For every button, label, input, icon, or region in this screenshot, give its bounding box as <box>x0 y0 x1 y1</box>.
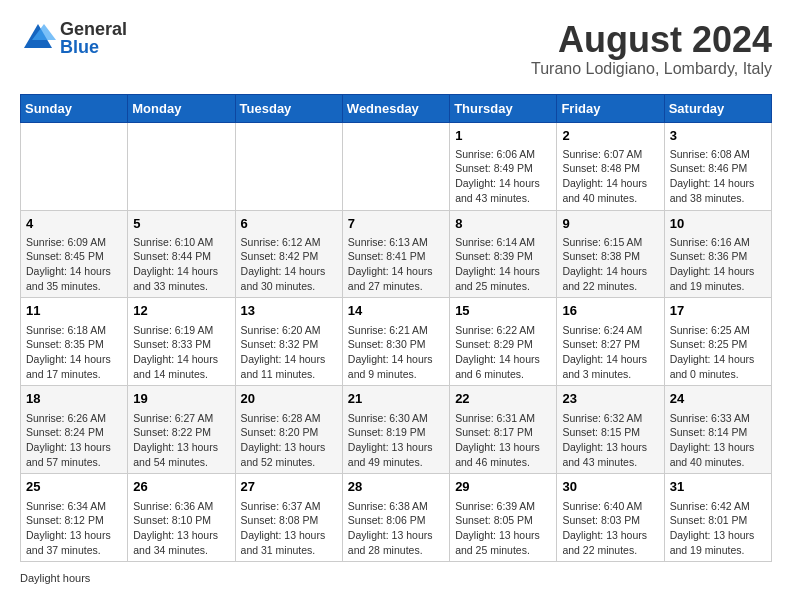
day-number: 18 <box>26 390 122 408</box>
day-of-week-header: Saturday <box>664 94 771 122</box>
calendar-day-cell: 31Sunrise: 6:42 AMSunset: 8:01 PMDayligh… <box>664 474 771 562</box>
day-info: Sunrise: 6:09 AMSunset: 8:45 PMDaylight:… <box>26 235 122 294</box>
calendar-day-cell: 26Sunrise: 6:36 AMSunset: 8:10 PMDayligh… <box>128 474 235 562</box>
day-info: Sunrise: 6:36 AMSunset: 8:10 PMDaylight:… <box>133 499 229 558</box>
calendar-week-row: 4Sunrise: 6:09 AMSunset: 8:45 PMDaylight… <box>21 210 772 298</box>
calendar-day-cell: 18Sunrise: 6:26 AMSunset: 8:24 PMDayligh… <box>21 386 128 474</box>
calendar-day-cell: 29Sunrise: 6:39 AMSunset: 8:05 PMDayligh… <box>450 474 557 562</box>
day-info: Sunrise: 6:30 AMSunset: 8:19 PMDaylight:… <box>348 411 444 470</box>
daylight-label: Daylight hours <box>20 572 90 584</box>
calendar-day-cell: 4Sunrise: 6:09 AMSunset: 8:45 PMDaylight… <box>21 210 128 298</box>
calendar-day-cell: 20Sunrise: 6:28 AMSunset: 8:20 PMDayligh… <box>235 386 342 474</box>
calendar-day-cell: 12Sunrise: 6:19 AMSunset: 8:33 PMDayligh… <box>128 298 235 386</box>
day-number: 2 <box>562 127 658 145</box>
day-info: Sunrise: 6:33 AMSunset: 8:14 PMDaylight:… <box>670 411 766 470</box>
calendar-day-cell: 10Sunrise: 6:16 AMSunset: 8:36 PMDayligh… <box>664 210 771 298</box>
day-number: 7 <box>348 215 444 233</box>
day-number: 20 <box>241 390 337 408</box>
calendar-week-row: 1Sunrise: 6:06 AMSunset: 8:49 PMDaylight… <box>21 122 772 210</box>
calendar-day-cell: 6Sunrise: 6:12 AMSunset: 8:42 PMDaylight… <box>235 210 342 298</box>
day-info: Sunrise: 6:22 AMSunset: 8:29 PMDaylight:… <box>455 323 551 382</box>
day-number: 30 <box>562 478 658 496</box>
calendar-day-cell: 8Sunrise: 6:14 AMSunset: 8:39 PMDaylight… <box>450 210 557 298</box>
day-number: 26 <box>133 478 229 496</box>
calendar-week-row: 25Sunrise: 6:34 AMSunset: 8:12 PMDayligh… <box>21 474 772 562</box>
day-number: 21 <box>348 390 444 408</box>
day-number: 12 <box>133 302 229 320</box>
day-info: Sunrise: 6:38 AMSunset: 8:06 PMDaylight:… <box>348 499 444 558</box>
day-number: 25 <box>26 478 122 496</box>
calendar-body: 1Sunrise: 6:06 AMSunset: 8:49 PMDaylight… <box>21 122 772 562</box>
day-number: 13 <box>241 302 337 320</box>
day-info: Sunrise: 6:20 AMSunset: 8:32 PMDaylight:… <box>241 323 337 382</box>
day-number: 10 <box>670 215 766 233</box>
day-info: Sunrise: 6:18 AMSunset: 8:35 PMDaylight:… <box>26 323 122 382</box>
calendar-day-cell: 2Sunrise: 6:07 AMSunset: 8:48 PMDaylight… <box>557 122 664 210</box>
logo-blue-text: Blue <box>60 38 127 56</box>
calendar-day-cell: 7Sunrise: 6:13 AMSunset: 8:41 PMDaylight… <box>342 210 449 298</box>
calendar-day-cell: 17Sunrise: 6:25 AMSunset: 8:25 PMDayligh… <box>664 298 771 386</box>
calendar-day-cell: 13Sunrise: 6:20 AMSunset: 8:32 PMDayligh… <box>235 298 342 386</box>
day-info: Sunrise: 6:19 AMSunset: 8:33 PMDaylight:… <box>133 323 229 382</box>
day-number: 5 <box>133 215 229 233</box>
calendar-day-cell <box>21 122 128 210</box>
calendar-day-cell: 15Sunrise: 6:22 AMSunset: 8:29 PMDayligh… <box>450 298 557 386</box>
day-number: 1 <box>455 127 551 145</box>
calendar-day-cell: 24Sunrise: 6:33 AMSunset: 8:14 PMDayligh… <box>664 386 771 474</box>
footer: Daylight hours <box>20 572 772 584</box>
day-number: 9 <box>562 215 658 233</box>
day-info: Sunrise: 6:42 AMSunset: 8:01 PMDaylight:… <box>670 499 766 558</box>
day-info: Sunrise: 6:07 AMSunset: 8:48 PMDaylight:… <box>562 147 658 206</box>
day-number: 6 <box>241 215 337 233</box>
day-info: Sunrise: 6:28 AMSunset: 8:20 PMDaylight:… <box>241 411 337 470</box>
day-info: Sunrise: 6:31 AMSunset: 8:17 PMDaylight:… <box>455 411 551 470</box>
day-info: Sunrise: 6:21 AMSunset: 8:30 PMDaylight:… <box>348 323 444 382</box>
day-info: Sunrise: 6:16 AMSunset: 8:36 PMDaylight:… <box>670 235 766 294</box>
day-number: 23 <box>562 390 658 408</box>
day-number: 11 <box>26 302 122 320</box>
day-number: 19 <box>133 390 229 408</box>
day-info: Sunrise: 6:14 AMSunset: 8:39 PMDaylight:… <box>455 235 551 294</box>
day-info: Sunrise: 6:39 AMSunset: 8:05 PMDaylight:… <box>455 499 551 558</box>
day-info: Sunrise: 6:24 AMSunset: 8:27 PMDaylight:… <box>562 323 658 382</box>
day-number: 22 <box>455 390 551 408</box>
day-number: 24 <box>670 390 766 408</box>
day-info: Sunrise: 6:37 AMSunset: 8:08 PMDaylight:… <box>241 499 337 558</box>
calendar-day-cell: 30Sunrise: 6:40 AMSunset: 8:03 PMDayligh… <box>557 474 664 562</box>
day-number: 16 <box>562 302 658 320</box>
day-of-week-header: Wednesday <box>342 94 449 122</box>
day-of-week-header: Sunday <box>21 94 128 122</box>
logo: General Blue <box>20 20 127 56</box>
calendar-day-cell <box>235 122 342 210</box>
day-info: Sunrise: 6:40 AMSunset: 8:03 PMDaylight:… <box>562 499 658 558</box>
main-title: August 2024 <box>531 20 772 60</box>
calendar-day-cell: 23Sunrise: 6:32 AMSunset: 8:15 PMDayligh… <box>557 386 664 474</box>
day-info: Sunrise: 6:34 AMSunset: 8:12 PMDaylight:… <box>26 499 122 558</box>
day-info: Sunrise: 6:13 AMSunset: 8:41 PMDaylight:… <box>348 235 444 294</box>
day-of-week-header: Monday <box>128 94 235 122</box>
day-of-week-header: Tuesday <box>235 94 342 122</box>
day-number: 31 <box>670 478 766 496</box>
calendar-day-cell <box>342 122 449 210</box>
day-info: Sunrise: 6:26 AMSunset: 8:24 PMDaylight:… <box>26 411 122 470</box>
header-row: SundayMondayTuesdayWednesdayThursdayFrid… <box>21 94 772 122</box>
day-info: Sunrise: 6:10 AMSunset: 8:44 PMDaylight:… <box>133 235 229 294</box>
calendar-day-cell: 28Sunrise: 6:38 AMSunset: 8:06 PMDayligh… <box>342 474 449 562</box>
day-info: Sunrise: 6:06 AMSunset: 8:49 PMDaylight:… <box>455 147 551 206</box>
day-number: 3 <box>670 127 766 145</box>
header: General Blue August 2024 Turano Lodigian… <box>20 20 772 78</box>
title-area: August 2024 Turano Lodigiano, Lombardy, … <box>531 20 772 78</box>
day-of-week-header: Thursday <box>450 94 557 122</box>
day-info: Sunrise: 6:27 AMSunset: 8:22 PMDaylight:… <box>133 411 229 470</box>
day-number: 29 <box>455 478 551 496</box>
subtitle: Turano Lodigiano, Lombardy, Italy <box>531 60 772 78</box>
day-info: Sunrise: 6:32 AMSunset: 8:15 PMDaylight:… <box>562 411 658 470</box>
calendar-week-row: 18Sunrise: 6:26 AMSunset: 8:24 PMDayligh… <box>21 386 772 474</box>
calendar-day-cell: 5Sunrise: 6:10 AMSunset: 8:44 PMDaylight… <box>128 210 235 298</box>
calendar-header: SundayMondayTuesdayWednesdayThursdayFrid… <box>21 94 772 122</box>
calendar-day-cell: 11Sunrise: 6:18 AMSunset: 8:35 PMDayligh… <box>21 298 128 386</box>
calendar-day-cell: 19Sunrise: 6:27 AMSunset: 8:22 PMDayligh… <box>128 386 235 474</box>
day-number: 27 <box>241 478 337 496</box>
day-number: 15 <box>455 302 551 320</box>
day-info: Sunrise: 6:25 AMSunset: 8:25 PMDaylight:… <box>670 323 766 382</box>
